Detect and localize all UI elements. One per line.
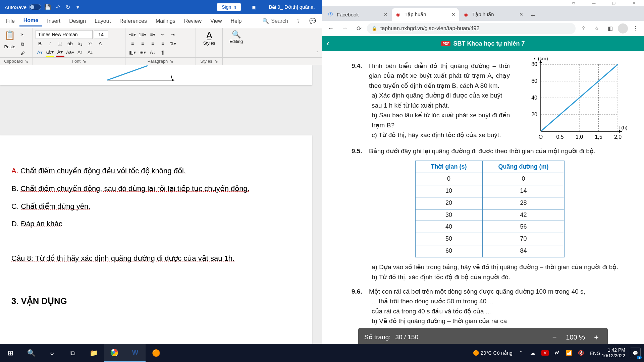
chrome-maximize-button[interactable]: ▢ (604, 0, 624, 6)
dialog-launcher-icon[interactable]: ↘ (170, 59, 173, 64)
subscript-button[interactable]: x₂ (76, 39, 85, 48)
profile-avatar[interactable] (618, 23, 628, 34)
highlight-icon[interactable]: ab▾ (46, 48, 54, 57)
autosave-toggle[interactable] (29, 4, 41, 10)
pdf-zoom-in-button[interactable]: ＋ (591, 332, 602, 343)
pdf-content[interactable]: 9.4. Hình bên biểu diễn đồ thị quãng đườ… (322, 51, 644, 362)
font-name-select[interactable]: Times New Roman (36, 30, 93, 39)
app-taskbar-icon[interactable]: 🟠 (146, 344, 166, 362)
menu-layout[interactable]: Layout (91, 16, 115, 26)
reload-button[interactable]: ⟳ (353, 22, 365, 35)
site-back-icon[interactable]: ‹ (327, 39, 329, 48)
share-page-icon[interactable]: ⇪ (578, 23, 589, 34)
justify-icon[interactable]: ≡ (158, 39, 167, 48)
styles-button[interactable]: Styles (199, 41, 220, 46)
tab-taphuan-2[interactable]: ◉ Tập huấn ✕ (460, 8, 527, 21)
cut-icon[interactable]: ✂ (18, 30, 27, 39)
shading-icon[interactable]: ◧▾ (128, 48, 137, 57)
close-tab-icon[interactable]: ✕ (451, 12, 455, 17)
wifi-icon[interactable]: 📶 (566, 350, 573, 356)
menu-design[interactable]: Design (65, 16, 90, 26)
sort-icon[interactable]: A↓ (148, 48, 157, 57)
multilevel-list-icon[interactable]: ≡▾ (148, 30, 157, 39)
system-clock[interactable]: 1:42 PM 10/12/2022 (602, 347, 625, 359)
chrome-restore-down-icon[interactable]: ⧉ (564, 0, 584, 6)
italic-button[interactable]: I (46, 39, 54, 48)
task-view-icon[interactable]: ⧉ (62, 344, 83, 362)
underline-button[interactable]: U (56, 39, 64, 48)
change-case-icon[interactable]: Aa▾ (66, 48, 74, 57)
menu-view[interactable]: View (206, 16, 226, 26)
redo-icon[interactable]: ↻ (64, 4, 71, 10)
battery-icon[interactable]: 🗲 (553, 350, 561, 356)
action-center-icon[interactable]: 💬2 (630, 348, 641, 358)
tray-chevron-icon[interactable]: ˄ (517, 350, 525, 356)
back-button[interactable]: ← (325, 22, 337, 35)
menu-file[interactable]: File (2, 16, 19, 26)
weather-widget[interactable]: 🟠 29°C Có nắng (473, 350, 513, 356)
start-button[interactable]: ⊞ (0, 344, 21, 362)
paste-icon[interactable]: 📋 (3, 30, 17, 44)
volume-icon[interactable]: 🔇 (578, 350, 585, 356)
extensions-icon[interactable]: ◧ (604, 23, 616, 34)
url-input[interactable]: 🔒 taphuan.nxbgd.vn/giao-vien/tap-huan/49… (367, 23, 576, 34)
language-indicator[interactable]: ENG (590, 350, 597, 356)
styles-icon[interactable]: A̲ (199, 30, 220, 41)
dialog-launcher-icon[interactable]: ↘ (25, 59, 29, 64)
qat-customize-icon[interactable]: ▾ (74, 4, 82, 10)
chrome-menu-icon[interactable]: ⋮ (630, 23, 641, 34)
file-explorer-icon[interactable]: 📁 (83, 344, 104, 362)
search-button[interactable]: 🔍 (21, 344, 42, 362)
menu-mailings[interactable]: Mailings (152, 16, 179, 26)
align-center-icon[interactable]: ≡ (138, 39, 147, 48)
find-icon[interactable]: 🔍 (225, 30, 247, 39)
superscript-button[interactable]: x² (86, 39, 95, 48)
menu-review[interactable]: Review (180, 16, 206, 26)
line-spacing-icon[interactable]: ⇅▾ (168, 39, 177, 48)
align-left-icon[interactable]: ≡ (128, 39, 137, 48)
tell-me-search[interactable]: 🔍 Search (262, 18, 288, 24)
undo-icon[interactable]: ↶ (54, 4, 61, 10)
pdf-zoom-out-button[interactable]: − (549, 332, 560, 343)
menu-help[interactable]: Help (226, 16, 246, 26)
bookmark-star-icon[interactable]: ☆ (591, 23, 602, 34)
forward-button[interactable]: → (339, 22, 351, 35)
onedrive-icon[interactable]: ☁ (529, 350, 537, 356)
strikethrough-button[interactable]: ab (66, 39, 74, 48)
decrease-indent-icon[interactable]: ⇤ (158, 30, 167, 39)
shrink-font-icon[interactable]: A↓ (86, 48, 95, 57)
share-icon[interactable]: ⇪ (292, 16, 305, 26)
menu-insert[interactable]: Insert (43, 16, 64, 26)
save-icon[interactable]: 💾 (44, 4, 51, 10)
align-right-icon[interactable]: ≡ (148, 39, 157, 48)
menu-references[interactable]: References (115, 16, 151, 26)
comments-icon[interactable]: 💬 (305, 16, 320, 26)
paste-button[interactable]: Paste (3, 44, 17, 49)
chrome-minimize-button[interactable]: — (584, 0, 604, 6)
number-list-icon[interactable]: 1≡▾ (138, 30, 147, 39)
new-tab-button[interactable]: ＋ (527, 9, 539, 21)
collapse-ribbon-icon[interactable]: ˄ (312, 28, 322, 57)
dialog-launcher-icon[interactable]: ↘ (214, 59, 218, 64)
increase-indent-icon[interactable]: ⇥ (168, 30, 177, 39)
word-taskbar-icon[interactable]: W (125, 344, 146, 362)
font-color-icon[interactable]: A▾ (56, 48, 64, 57)
clear-formatting-icon[interactable]: A̶ (96, 39, 105, 48)
cortana-icon[interactable]: ○ (42, 344, 62, 362)
menu-home[interactable]: Home (19, 15, 42, 26)
close-tab-icon[interactable]: ✕ (384, 12, 388, 17)
bold-button[interactable]: B (36, 39, 44, 48)
chrome-taskbar-icon[interactable] (104, 344, 125, 362)
copy-icon[interactable]: ⧉ (18, 40, 27, 48)
unikey-icon[interactable]: V (541, 350, 549, 356)
bullet-list-icon[interactable]: •≡▾ (128, 30, 137, 39)
format-painter-icon[interactable]: 🖌 (18, 49, 27, 58)
font-size-select[interactable]: 14 (94, 30, 108, 39)
document-canvas[interactable]: t A. Chất điểm chuyển động đều với tốc đ… (0, 65, 322, 353)
text-effects-icon[interactable]: A▾ (36, 48, 44, 57)
grow-font-icon[interactable]: A↑ (76, 48, 85, 57)
borders-icon[interactable]: ⊞▾ (138, 48, 147, 57)
show-marks-icon[interactable]: ¶ (158, 48, 167, 57)
chrome-close-button[interactable]: ✕ (624, 0, 644, 6)
editing-button[interactable]: Editing (225, 39, 247, 44)
